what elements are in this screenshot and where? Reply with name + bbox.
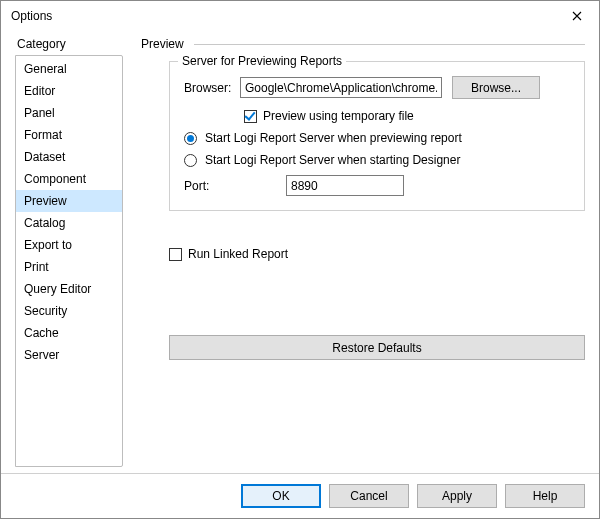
section-heading: Preview — [141, 37, 184, 51]
category-item[interactable]: Catalog — [16, 212, 122, 234]
category-item[interactable]: General — [16, 58, 122, 80]
category-label: Category — [15, 37, 123, 51]
groupbox-title: Server for Previewing Reports — [178, 54, 346, 68]
options-dialog: Options Category GeneralEditorPanelForma… — [0, 0, 600, 519]
category-item[interactable]: Format — [16, 124, 122, 146]
category-item[interactable]: Editor — [16, 80, 122, 102]
start-on-designer-radio[interactable] — [184, 154, 197, 167]
browse-button[interactable]: Browse... — [452, 76, 540, 99]
apply-button[interactable]: Apply — [417, 484, 497, 508]
category-item[interactable]: Export to — [16, 234, 122, 256]
category-item[interactable]: Query Editor — [16, 278, 122, 300]
section-header: Preview — [141, 37, 585, 51]
window-title: Options — [11, 9, 557, 23]
titlebar: Options — [1, 1, 599, 31]
run-linked-label: Run Linked Report — [188, 247, 288, 261]
close-icon[interactable] — [557, 2, 597, 30]
category-item[interactable]: Security — [16, 300, 122, 322]
divider — [194, 44, 585, 45]
cancel-button[interactable]: Cancel — [329, 484, 409, 508]
browser-label: Browser: — [184, 81, 240, 95]
category-item[interactable]: Panel — [16, 102, 122, 124]
help-button[interactable]: Help — [505, 484, 585, 508]
start-on-preview-radio[interactable] — [184, 132, 197, 145]
category-list[interactable]: GeneralEditorPanelFormatDatasetComponent… — [15, 55, 123, 467]
category-item[interactable]: Server — [16, 344, 122, 366]
preview-temp-label: Preview using temporary file — [263, 109, 414, 123]
category-item[interactable]: Preview — [16, 190, 122, 212]
restore-defaults-button[interactable]: Restore Defaults — [169, 335, 585, 360]
server-preview-groupbox: Server for Previewing Reports Browser: B… — [169, 61, 585, 211]
run-linked-checkbox[interactable] — [169, 248, 182, 261]
browser-input[interactable] — [240, 77, 442, 98]
category-item[interactable]: Cache — [16, 322, 122, 344]
category-item[interactable]: Print — [16, 256, 122, 278]
category-item[interactable]: Component — [16, 168, 122, 190]
ok-button[interactable]: OK — [241, 484, 321, 508]
category-item[interactable]: Dataset — [16, 146, 122, 168]
start-on-preview-label: Start Logi Report Server when previewing… — [205, 131, 462, 145]
start-on-designer-label: Start Logi Report Server when starting D… — [205, 153, 460, 167]
port-input[interactable] — [286, 175, 404, 196]
preview-temp-checkbox[interactable] — [244, 110, 257, 123]
dialog-footer: OK Cancel Apply Help — [1, 473, 599, 518]
port-label: Port: — [184, 179, 286, 193]
